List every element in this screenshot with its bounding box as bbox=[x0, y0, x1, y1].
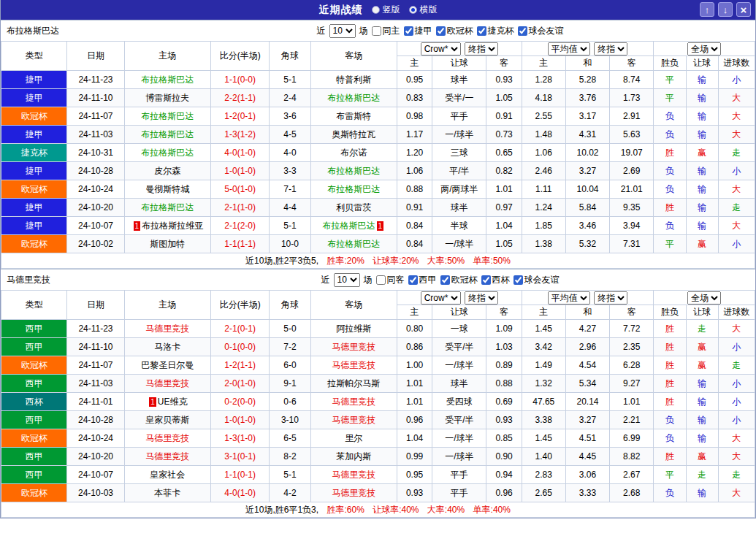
scroll-up-button[interactable]: ↑ bbox=[700, 2, 714, 17]
same-venue-filter[interactable]: 同客 bbox=[376, 274, 405, 286]
away-team[interactable]: 布尔诺 bbox=[310, 144, 397, 162]
scope-select[interactable]: 全场 bbox=[687, 291, 721, 305]
away-team[interactable]: 布拉格斯巴达1 bbox=[310, 217, 397, 235]
match-score[interactable]: 0-1(0-0) bbox=[211, 338, 270, 356]
scroll-down-button[interactable]: ↓ bbox=[718, 2, 733, 17]
match-score[interactable]: 1-1(1-1) bbox=[211, 235, 270, 253]
home-team-name[interactable]: 马德里竞技 bbox=[145, 433, 189, 443]
away-team[interactable]: 马德里竞技 bbox=[310, 393, 397, 411]
same-venue-checkbox[interactable] bbox=[372, 26, 381, 36]
away-team-name[interactable]: 特普利斯 bbox=[336, 74, 371, 85]
league-checkbox[interactable] bbox=[408, 275, 418, 285]
away-team[interactable]: 马德里竞技 bbox=[310, 466, 397, 484]
odds-time-select[interactable]: 终指 bbox=[465, 42, 498, 55]
away-team-name[interactable]: 拉斯帕尔马斯 bbox=[327, 378, 380, 388]
league-filter-0[interactable]: 捷甲 bbox=[404, 25, 432, 37]
home-team-name[interactable]: 马德里竞技 bbox=[145, 323, 189, 334]
home-team[interactable]: 皇家贝蒂斯 bbox=[124, 411, 210, 429]
league-filter-1[interactable]: 欧冠杯 bbox=[440, 274, 478, 286]
avg-time-select[interactable]: 终指 bbox=[594, 42, 627, 55]
league-checkbox[interactable] bbox=[440, 275, 450, 285]
home-team-name[interactable]: 布拉格斯巴达 bbox=[141, 202, 194, 213]
avg-source-select[interactable]: 平均值 bbox=[548, 42, 590, 55]
home-team[interactable]: 布拉格斯巴达 bbox=[124, 144, 210, 162]
away-team-name[interactable]: 马德里竞技 bbox=[332, 360, 375, 370]
home-team[interactable]: 皮尔森 bbox=[124, 162, 210, 180]
away-team-name[interactable]: 马德里竞技 bbox=[332, 415, 375, 425]
away-team[interactable]: 布拉格斯巴达 bbox=[310, 89, 397, 107]
home-team[interactable]: 博雷斯拉夫 bbox=[124, 89, 210, 107]
league-filter-3[interactable]: 球会友谊 bbox=[518, 25, 564, 37]
away-team-name[interactable]: 奥斯特拉瓦 bbox=[332, 129, 375, 139]
away-team-name[interactable]: 马德里竞技 bbox=[332, 470, 375, 480]
layout-radio-horizontal[interactable]: 横版 bbox=[409, 4, 438, 16]
match-score[interactable]: 2-1(1-0) bbox=[211, 199, 270, 217]
home-team-name[interactable]: 巴黎圣日尔曼 bbox=[141, 360, 194, 370]
away-team-name[interactable]: 布拉格斯巴达 bbox=[327, 184, 380, 194]
away-team[interactable]: 马德里竞技 bbox=[310, 356, 397, 375]
away-team[interactable]: 马德里竞技 bbox=[310, 338, 397, 356]
match-score[interactable]: 2-1(0-1) bbox=[211, 320, 270, 338]
home-team-name[interactable]: 马德里竞技 bbox=[145, 451, 189, 462]
odds-time-select[interactable]: 终指 bbox=[465, 291, 498, 305]
league-filter-3[interactable]: 球会友谊 bbox=[513, 274, 560, 286]
home-team-name[interactable]: 布拉格斯巴达 bbox=[141, 111, 194, 121]
close-button[interactable]: × bbox=[736, 2, 751, 17]
home-team[interactable]: 马德里竞技 bbox=[124, 448, 210, 466]
home-team[interactable]: 曼彻斯特城 bbox=[124, 180, 210, 199]
league-filter-0[interactable]: 西甲 bbox=[408, 274, 437, 286]
home-team-name[interactable]: 皇家社会 bbox=[150, 470, 185, 480]
match-score[interactable]: 1-0(1-0) bbox=[211, 411, 270, 429]
scope-select[interactable]: 全场 bbox=[687, 42, 721, 55]
match-count-select[interactable]: 10 bbox=[334, 273, 360, 287]
away-team[interactable]: 马德里竞技 bbox=[310, 411, 397, 429]
away-team-name[interactable]: 布拉格斯巴达 bbox=[327, 166, 380, 176]
away-team-name[interactable]: 马德里竞技 bbox=[332, 342, 375, 352]
away-team[interactable]: 奥斯特拉瓦 bbox=[310, 126, 397, 144]
league-filter-2[interactable]: 捷克杯 bbox=[477, 25, 514, 37]
home-team-name[interactable]: 布拉格斯巴达 bbox=[141, 129, 194, 139]
home-team[interactable]: 马德里竞技 bbox=[124, 429, 210, 448]
match-score[interactable]: 2-2(1-1) bbox=[211, 89, 270, 107]
away-team-name[interactable]: 布拉格斯巴达 bbox=[323, 221, 375, 231]
home-team-name[interactable]: UE维克 bbox=[158, 397, 188, 407]
match-score[interactable]: 3-1(0-1) bbox=[211, 448, 270, 466]
same-venue-checkbox[interactable] bbox=[376, 275, 386, 285]
match-score[interactable]: 4-0(1-0) bbox=[211, 144, 270, 162]
avg-source-select[interactable]: 平均值 bbox=[548, 291, 590, 305]
match-score[interactable]: 1-2(0-1) bbox=[211, 107, 270, 126]
home-team[interactable]: 布拉格斯巴达 bbox=[124, 107, 210, 126]
match-score[interactable]: 1-3(1-2) bbox=[211, 126, 270, 144]
league-checkbox[interactable] bbox=[518, 26, 527, 36]
home-team[interactable]: 马洛卡 bbox=[124, 338, 210, 356]
away-team[interactable]: 阿拉维斯 bbox=[310, 320, 397, 338]
match-score[interactable]: 1-1(0-1) bbox=[211, 466, 270, 484]
league-checkbox[interactable] bbox=[513, 275, 523, 285]
home-team-name[interactable]: 布拉格斯拉维亚 bbox=[142, 221, 203, 231]
odds-source-select[interactable]: Crow* bbox=[421, 42, 461, 55]
away-team[interactable]: 布拉格斯巴达 bbox=[310, 162, 397, 180]
away-team-name[interactable]: 马德里竞技 bbox=[332, 488, 375, 498]
away-team[interactable]: 特普利斯 bbox=[310, 71, 397, 89]
away-team[interactable]: 布拉格斯巴达 bbox=[310, 235, 397, 253]
away-team-name[interactable]: 布尔诺 bbox=[340, 148, 367, 158]
match-score[interactable]: 5-0(1-0) bbox=[211, 180, 270, 199]
away-team-name[interactable]: 布拉格斯巴达 bbox=[327, 93, 380, 103]
home-team-name[interactable]: 斯图加特 bbox=[150, 239, 185, 249]
odds-source-select[interactable]: Crow* bbox=[421, 291, 461, 305]
home-team[interactable]: 本菲卡 bbox=[124, 484, 210, 502]
match-score[interactable]: 1-2(1-1) bbox=[211, 356, 270, 375]
same-venue-filter[interactable]: 同主 bbox=[372, 25, 400, 37]
away-team[interactable]: 里尔 bbox=[310, 429, 397, 448]
away-team-name[interactable]: 莱加内斯 bbox=[336, 451, 371, 462]
home-team[interactable]: 1UE维克 bbox=[124, 393, 210, 411]
match-score[interactable]: 0-2(0-0) bbox=[211, 393, 270, 411]
away-team[interactable]: 利贝雷茨 bbox=[310, 199, 397, 217]
match-score[interactable]: 1-1(0-0) bbox=[211, 71, 270, 89]
league-checkbox[interactable] bbox=[404, 26, 413, 36]
match-score[interactable]: 2-1(2-0) bbox=[211, 217, 270, 235]
match-score[interactable]: 1-3(1-0) bbox=[211, 429, 270, 448]
home-team[interactable]: 布拉格斯巴达 bbox=[124, 199, 210, 217]
home-team[interactable]: 马德里竞技 bbox=[124, 320, 210, 338]
league-checkbox[interactable] bbox=[436, 26, 446, 36]
